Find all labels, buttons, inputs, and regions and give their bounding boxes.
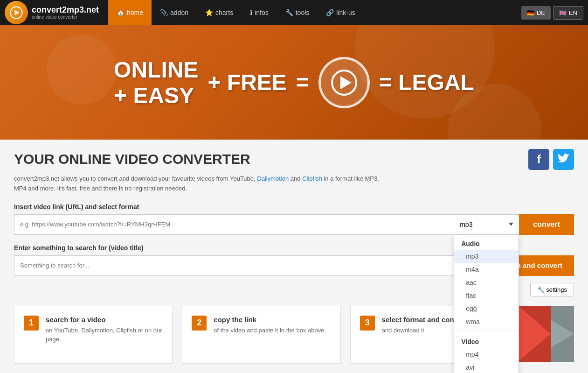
audio-section-label: Audio — [454, 235, 519, 250]
chevron-down-icon — [509, 223, 513, 226]
hero-line4: = LEGAL — [379, 70, 474, 95]
step-1-title: search for a video — [46, 316, 163, 324]
format-mp3[interactable]: mp3 — [454, 250, 519, 263]
side-graphic — [518, 306, 574, 362]
svg-marker-1 — [15, 10, 20, 15]
logo: convert2mp3.net online video converter — [5, 1, 99, 24]
lang-de-button[interactable]: 🇩🇪 DE — [521, 6, 551, 20]
format-select-wrapper: mp3 Audio mp3 m4a aac flac ogg wma Video… — [454, 214, 519, 235]
format-select-button[interactable]: mp3 — [454, 214, 519, 235]
social-icons: f — [528, 149, 574, 170]
nav-infos[interactable]: ℹ infos — [242, 0, 277, 25]
lang-switcher: 🇩🇪 DE 🇬🇧 EN — [521, 6, 583, 20]
format-mp4[interactable]: mp4 — [454, 348, 519, 361]
side-decoration — [518, 306, 574, 364]
nav-home[interactable]: 🏠 home — [108, 0, 152, 25]
format-wma[interactable]: wma — [454, 315, 519, 328]
facebook-icon[interactable]: f — [528, 149, 549, 170]
nav-tools[interactable]: 🔧 tools — [277, 0, 318, 25]
hero-equal: = — [296, 70, 309, 95]
main-content: f YOUR ONLINE VIDEO CONVERTER convert2mp… — [0, 140, 588, 373]
step-1-desc: on YouTube, Dailymotion, Clipfish or on … — [46, 326, 163, 344]
svg-marker-3 — [340, 76, 352, 89]
hero-line3: + FREE — [208, 70, 286, 95]
url-input-label: Insert video link (URL) and select forma… — [14, 203, 574, 211]
convert-button[interactable]: convert — [519, 214, 574, 235]
logo-name: convert2mp3.net — [32, 6, 99, 15]
nav-addon[interactable]: 📎 addon — [152, 0, 197, 25]
logo-subtitle: online video converter — [32, 14, 99, 20]
en-flag: 🇬🇧 — [559, 9, 567, 16]
hero-bg-circle-3 — [47, 35, 117, 105]
step-2: 2 copy the link of the video and paste i… — [182, 306, 340, 364]
logo-icon — [5, 1, 28, 24]
selected-format-label: mp3 — [460, 221, 472, 228]
charts-icon: ⭐ — [205, 9, 213, 16]
hero-content: ONLINE + EASY + FREE = = LEGAL — [114, 57, 474, 108]
nav-links: 🏠 home 📎 addon ⭐ charts ℹ infos 🔧 tools … — [108, 0, 364, 25]
navbar: convert2mp3.net online video converter 🏠… — [0, 0, 588, 25]
hero-logo-icon — [318, 57, 370, 108]
lang-en-button[interactable]: 🇬🇧 EN — [553, 6, 583, 20]
twitter-icon[interactable] — [553, 149, 574, 170]
hero-banner: ONLINE + EASY + FREE = = LEGAL — [0, 25, 588, 140]
step-1-number: 1 — [24, 316, 39, 331]
video-section-label: Video — [454, 333, 519, 348]
format-avi[interactable]: avi — [454, 361, 519, 373]
dropdown-divider — [454, 331, 519, 331]
nav-link-us[interactable]: 🔗 link-us — [318, 0, 363, 25]
search-input[interactable] — [14, 255, 486, 276]
nav-charts[interactable]: ⭐ charts — [197, 0, 242, 25]
description-text: convert2mp3.net allows you to convert an… — [14, 174, 387, 194]
format-ogg[interactable]: ogg — [454, 302, 519, 315]
step-2-number: 2 — [192, 316, 207, 331]
hero-line1: ONLINE — [114, 57, 198, 83]
url-row: mp3 Audio mp3 m4a aac flac ogg wma Video… — [14, 214, 574, 235]
dailymotion-link[interactable]: Dailymotion — [257, 175, 289, 182]
wrench-icon: 🔧 — [537, 286, 545, 293]
step-1: 1 search for a video on YouTube, Dailymo… — [14, 306, 173, 364]
step-3-number: 3 — [360, 316, 375, 331]
clipfish-link[interactable]: Clipfish — [302, 175, 322, 182]
addon-icon: 📎 — [160, 9, 168, 16]
format-flac[interactable]: flac — [454, 289, 519, 302]
format-aac[interactable]: aac — [454, 276, 519, 289]
hero-line2: + EASY — [114, 83, 198, 108]
step-2-desc: of the video and paste it in the box abo… — [214, 326, 326, 335]
settings-button[interactable]: 🔧 settings — [530, 283, 574, 296]
url-input[interactable] — [14, 214, 454, 235]
infos-icon: ℹ — [250, 9, 252, 16]
format-dropdown: Audio mp3 m4a aac flac ogg wma Video mp4… — [454, 235, 519, 373]
format-m4a[interactable]: m4a — [454, 263, 519, 276]
link-us-icon: 🔗 — [326, 9, 334, 16]
home-icon: 🏠 — [117, 9, 125, 16]
step-2-title: copy the link — [214, 316, 326, 324]
page-title: YOUR ONLINE VIDEO CONVERTER — [14, 151, 574, 167]
de-flag: 🇩🇪 — [527, 9, 534, 16]
tools-icon: 🔧 — [285, 9, 293, 16]
